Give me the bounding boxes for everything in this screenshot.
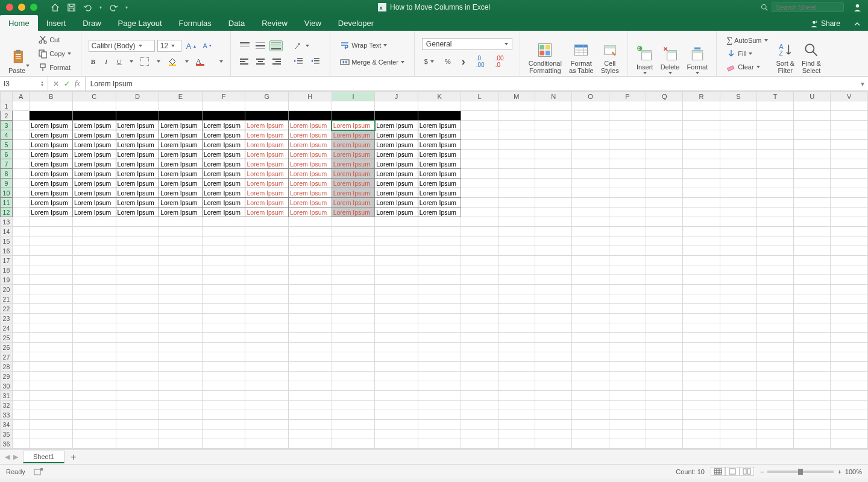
row-header-16[interactable]: 16 — [1, 246, 13, 256]
cell-N7[interactable] — [535, 159, 572, 169]
cell-K30[interactable] — [418, 381, 461, 391]
cell-T20[interactable] — [756, 285, 793, 294]
cell-E26[interactable] — [159, 343, 203, 352]
cell-C24[interactable] — [72, 323, 116, 333]
col-header-H[interactable]: H — [289, 92, 332, 101]
cell-S7[interactable] — [720, 159, 756, 169]
cell-V26[interactable] — [831, 343, 868, 352]
cell-V24[interactable] — [831, 323, 868, 333]
cell-H19[interactable] — [289, 275, 332, 285]
cell-H2[interactable] — [289, 111, 332, 121]
cell-N4[interactable] — [535, 130, 572, 140]
cell-P31[interactable] — [609, 391, 646, 401]
cell-F17[interactable] — [202, 256, 245, 265]
cell-E12[interactable]: Lorem Ipsum — [159, 208, 203, 217]
cell-U9[interactable] — [794, 179, 831, 188]
cell-B9[interactable]: Lorem Ipsum — [30, 179, 73, 188]
cell-L32[interactable] — [461, 401, 498, 410]
cell-G15[interactable] — [245, 236, 289, 246]
zoom-out[interactable]: − — [760, 468, 764, 475]
cell-O9[interactable] — [572, 179, 609, 188]
cell-H25[interactable] — [289, 333, 332, 343]
cell-A20[interactable] — [12, 285, 30, 294]
cell-M8[interactable] — [498, 169, 535, 179]
cell-R25[interactable] — [683, 333, 720, 343]
cell-K7[interactable]: Lorem Ipsum — [418, 159, 461, 169]
cell-J10[interactable]: Lorem Ipsum — [375, 188, 418, 198]
cell-V8[interactable] — [831, 169, 868, 179]
cell-D24[interactable] — [116, 323, 159, 333]
cell-U3[interactable] — [794, 121, 831, 130]
cell-M13[interactable] — [498, 217, 535, 227]
cell-A5[interactable] — [12, 140, 30, 150]
cell-K15[interactable] — [418, 236, 461, 246]
cell-I36[interactable] — [332, 439, 375, 449]
cell-R35[interactable] — [683, 430, 720, 439]
cell-J21[interactable] — [375, 294, 418, 304]
cell-M34[interactable] — [498, 420, 535, 430]
cell-I18[interactable] — [332, 265, 375, 275]
cell-G11[interactable]: Lorem Ipsum — [245, 198, 289, 208]
cell-D27[interactable] — [116, 352, 159, 362]
cell-N13[interactable] — [535, 217, 572, 227]
cell-M21[interactable] — [498, 294, 535, 304]
cell-J7[interactable]: Lorem Ipsum — [375, 159, 418, 169]
cell-T2[interactable] — [756, 111, 793, 121]
cell-U28[interactable] — [794, 362, 831, 372]
cell-L12[interactable] — [461, 208, 498, 217]
cell-P16[interactable] — [609, 246, 646, 256]
cell-D11[interactable]: Lorem Ipsum — [116, 198, 159, 208]
cell-R32[interactable] — [683, 401, 720, 410]
cell-E22[interactable] — [159, 304, 203, 314]
cell-N32[interactable] — [535, 401, 572, 410]
cell-D10[interactable]: Lorem Ipsum — [116, 188, 159, 198]
cell-T5[interactable] — [756, 140, 793, 150]
cell-S26[interactable] — [720, 343, 756, 352]
accounting-format[interactable]: $ — [422, 57, 436, 66]
cell-Q20[interactable] — [646, 285, 682, 294]
cell-C3[interactable]: Lorem Ipsum — [72, 121, 116, 130]
spreadsheet-grid[interactable]: ABCDEFGHIJKLMNOPQRSTUV123Lorem IpsumLore… — [0, 91, 868, 449]
cell-E23[interactable] — [159, 314, 203, 323]
cell-M36[interactable] — [498, 439, 535, 449]
cell-S11[interactable] — [720, 198, 756, 208]
format-painter-button[interactable]: Format — [36, 62, 74, 74]
cell-T11[interactable] — [756, 198, 793, 208]
cell-E29[interactable] — [159, 372, 203, 381]
cell-K10[interactable]: Lorem Ipsum — [418, 188, 461, 198]
cell-O25[interactable] — [572, 333, 609, 343]
cell-P24[interactable] — [609, 323, 646, 333]
cell-I1[interactable] — [332, 101, 375, 111]
cell-L1[interactable] — [461, 101, 498, 111]
cell-L14[interactable] — [461, 227, 498, 236]
cell-O18[interactable] — [572, 265, 609, 275]
cell-K17[interactable] — [418, 256, 461, 265]
cell-K16[interactable] — [418, 246, 461, 256]
cell-T32[interactable] — [756, 401, 793, 410]
cell-F31[interactable] — [202, 391, 245, 401]
cell-C32[interactable] — [72, 401, 116, 410]
cell-E31[interactable] — [159, 391, 203, 401]
cell-Q2[interactable] — [646, 111, 682, 121]
cell-A15[interactable] — [12, 236, 30, 246]
row-header-12[interactable]: 12 — [1, 208, 13, 217]
cell-D15[interactable] — [116, 236, 159, 246]
cell-B19[interactable] — [30, 275, 73, 285]
cell-T21[interactable] — [756, 294, 793, 304]
cell-N2[interactable] — [535, 111, 572, 121]
cell-S10[interactable] — [720, 188, 756, 198]
cell-S6[interactable] — [720, 150, 756, 159]
cell-F35[interactable] — [202, 430, 245, 439]
font-size-combo[interactable]: 12 — [157, 40, 181, 52]
cell-R24[interactable] — [683, 323, 720, 333]
cell-H5[interactable]: Lorem Ipsum — [289, 140, 332, 150]
cell-R16[interactable] — [683, 246, 720, 256]
cell-S24[interactable] — [720, 323, 756, 333]
cell-E5[interactable]: Lorem Ipsum — [159, 140, 203, 150]
bold-button[interactable]: B — [89, 57, 98, 66]
cell-C33[interactable] — [72, 410, 116, 420]
cell-Q25[interactable] — [646, 333, 682, 343]
cell-A21[interactable] — [12, 294, 30, 304]
cell-L7[interactable] — [461, 159, 498, 169]
cell-T13[interactable] — [756, 217, 793, 227]
